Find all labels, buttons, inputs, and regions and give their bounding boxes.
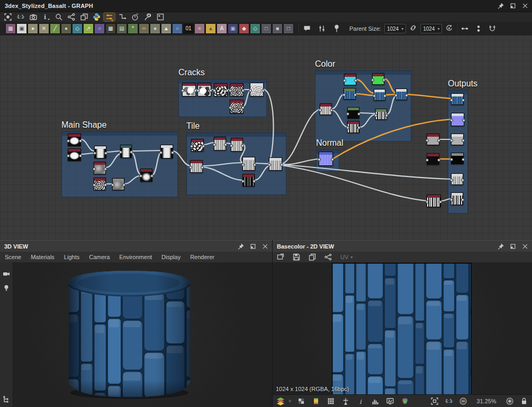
- node-t7[interactable]: [242, 174, 255, 187]
- transform-uv-icon[interactable]: [341, 396, 350, 406]
- float-icon[interactable]: [249, 243, 257, 250]
- menu-camera[interactable]: Camera: [84, 254, 114, 260]
- node-c6[interactable]: [230, 100, 244, 113]
- comment-icon[interactable]: [302, 23, 312, 34]
- chevron-down-icon[interactable]: ˅: [288, 399, 291, 404]
- pin-icon[interactable]: [497, 2, 504, 10]
- background-checker-icon[interactable]: [296, 396, 306, 406]
- flood-fill-icon[interactable]: ◆: [239, 23, 249, 34]
- exposed-params-icon[interactable]: [317, 23, 327, 34]
- float-icon[interactable]: [509, 243, 517, 250]
- safe-transform-icon[interactable]: ○: [94, 23, 105, 34]
- node-u2[interactable]: [427, 153, 439, 165]
- info-icon[interactable]: i: [40, 13, 51, 21]
- fit-frame-icon[interactable]: [2, 13, 13, 21]
- node-c1[interactable]: [182, 83, 196, 96]
- python-icon[interactable]: [91, 13, 102, 21]
- levels-icon[interactable]: ●: [150, 23, 160, 34]
- node-o6[interactable]: [451, 192, 463, 205]
- camera-view-icon[interactable]: [2, 270, 11, 278]
- node-t4[interactable]: [190, 160, 203, 173]
- new-view-icon[interactable]: [273, 253, 288, 261]
- tiling-icon[interactable]: [326, 396, 336, 406]
- directional-blur-icon[interactable]: ●: [61, 23, 71, 34]
- node-cb3[interactable]: [395, 89, 407, 100]
- curve-icon[interactable]: ╱: [50, 23, 60, 34]
- node-cc2[interactable]: [372, 73, 384, 85]
- zoom-out-icon[interactable]: [458, 396, 468, 406]
- search-icon[interactable]: [53, 13, 64, 21]
- histogram-icon[interactable]: [371, 396, 380, 406]
- transform-icon[interactable]: ◇: [72, 23, 83, 34]
- node-o3[interactable]: [451, 134, 464, 145]
- pin-node-icon[interactable]: [331, 23, 342, 34]
- export-node-icon[interactable]: [320, 253, 336, 261]
- uv-mode-dropdown[interactable]: UV ▾: [340, 254, 353, 260]
- splatter-circular-icon[interactable]: ≈: [194, 23, 205, 34]
- lock-icon[interactable]: [519, 396, 529, 406]
- frame-inner-icon[interactable]: □: [261, 23, 272, 34]
- node-m9[interactable]: [112, 178, 124, 190]
- timer-icon[interactable]: [129, 13, 140, 21]
- viewport-2d[interactable]: 1024 x 1024 (RGBA, 16bpc) ˅i 1:1 31.25%: [273, 262, 532, 407]
- tile-sampler-icon[interactable]: ▦: [105, 23, 116, 34]
- menu-materials[interactable]: Materials: [26, 254, 59, 260]
- float-icon[interactable]: [509, 2, 517, 10]
- height-blend-icon[interactable]: ▤: [116, 23, 127, 34]
- close-icon[interactable]: [521, 243, 529, 250]
- copy-image-icon[interactable]: [304, 253, 320, 261]
- node-m6[interactable]: [94, 162, 106, 174]
- node-u3[interactable]: [427, 194, 441, 207]
- menu-lights[interactable]: Lights: [59, 254, 84, 260]
- node-t3[interactable]: [231, 138, 243, 152]
- export-icon[interactable]: [66, 13, 77, 21]
- node-cb2[interactable]: [374, 89, 385, 101]
- node-cc1[interactable]: [344, 74, 356, 85]
- transform-2-icon[interactable]: ◇: [250, 23, 260, 34]
- zoom-in-icon[interactable]: [505, 396, 515, 406]
- warning-shape-icon[interactable]: ▲: [205, 23, 216, 34]
- blur-icon[interactable]: ●: [28, 23, 38, 34]
- pin-icon[interactable]: [497, 243, 504, 250]
- menu-display[interactable]: Display: [157, 254, 185, 260]
- noise-01-icon[interactable]: 01: [183, 23, 194, 34]
- node-c3[interactable]: [214, 83, 228, 96]
- node-u1[interactable]: [427, 134, 439, 145]
- channel-shuffle-icon[interactable]: ✕: [39, 23, 49, 34]
- frame-image-icon[interactable]: [155, 13, 166, 21]
- display-options-icon[interactable]: [385, 396, 395, 406]
- node-m7[interactable]: [140, 169, 152, 182]
- node-t2[interactable]: [214, 137, 226, 151]
- frame-outer-icon[interactable]: □: [283, 23, 294, 34]
- node-m5[interactable]: [160, 145, 173, 158]
- text-icon[interactable]: A: [217, 23, 227, 34]
- width-dropdown[interactable]: 1024 ▾: [384, 24, 406, 33]
- viewport-3d[interactable]: [0, 262, 272, 407]
- node-m4[interactable]: [120, 145, 132, 158]
- channels-icon[interactable]: [276, 396, 285, 406]
- node-o1[interactable]: [451, 93, 464, 105]
- frame-filled-icon[interactable]: ■: [272, 23, 283, 34]
- connector-icon[interactable]: [116, 13, 128, 21]
- save-image-icon[interactable]: [288, 253, 304, 261]
- info-pixel-icon[interactable]: i: [356, 396, 365, 406]
- node-m1[interactable]: [68, 134, 81, 146]
- node-m8[interactable]: [94, 178, 106, 190]
- node-t5[interactable]: [242, 157, 255, 171]
- pin-nodes-icon[interactable]: [474, 24, 483, 33]
- node-cd1[interactable]: [347, 107, 359, 119]
- node-cd3[interactable]: [347, 121, 359, 133]
- close-icon[interactable]: [521, 2, 529, 10]
- link-inputs-icon[interactable]: [461, 24, 469, 33]
- graph-canvas[interactable]: CracksMain ShapeTileColorNormalOutputs: [0, 36, 532, 240]
- tools-icon[interactable]: [142, 13, 153, 21]
- reset-size-icon[interactable]: [445, 24, 453, 34]
- actual-size-icon[interactable]: 1:1: [15, 13, 26, 21]
- height-dropdown[interactable]: 1024 ▾: [420, 24, 442, 33]
- node-o4[interactable]: [451, 153, 464, 164]
- color-mode-icon[interactable]: [400, 396, 410, 406]
- screenshot-icon[interactable]: [28, 13, 39, 21]
- actual-size-2d-icon[interactable]: 1:1: [444, 396, 454, 406]
- snap-icon[interactable]: [488, 24, 497, 33]
- node-m2[interactable]: [68, 148, 81, 161]
